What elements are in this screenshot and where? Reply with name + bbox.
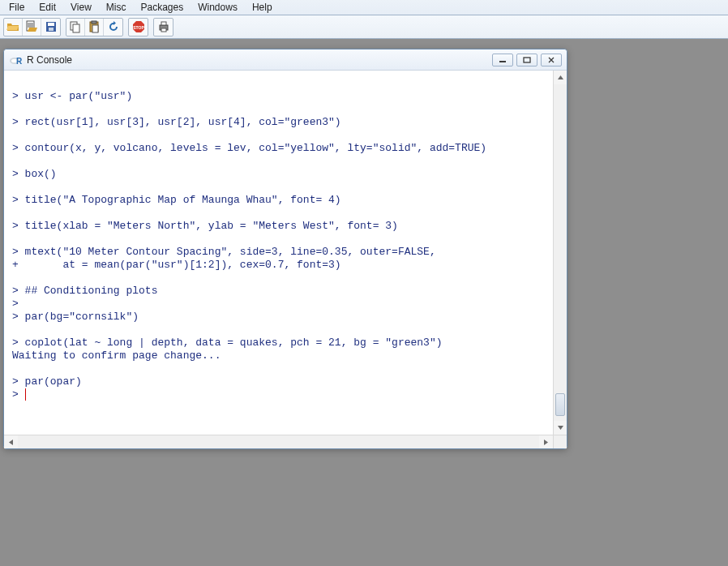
menu-windows[interactable]: Windows bbox=[191, 0, 245, 15]
copy-icon bbox=[69, 20, 82, 33]
svg-rect-5 bbox=[73, 24, 79, 32]
paste-icon bbox=[88, 20, 101, 33]
window-controls bbox=[492, 54, 562, 66]
toolbar-group-stop: STOP bbox=[128, 18, 148, 36]
svg-rect-17 bbox=[499, 61, 506, 62]
load-workspace-button[interactable] bbox=[23, 19, 41, 36]
svg-rect-2 bbox=[48, 23, 54, 26]
copy-button[interactable] bbox=[66, 19, 85, 36]
close-icon bbox=[547, 57, 555, 63]
menu-file[interactable]: File bbox=[2, 0, 32, 15]
menubar: File Edit View Misc Packages Windows Hel… bbox=[0, 0, 728, 15]
console-output[interactable]: > usr <- par("usr") > rect(usr[1], usr[3… bbox=[4, 71, 553, 435]
r-console-window: R R Console > usr <- par("usr") > rect(u… bbox=[3, 49, 567, 449]
scroll-up-arrow-icon[interactable] bbox=[554, 71, 567, 84]
svg-text:STOP: STOP bbox=[133, 25, 144, 30]
svg-rect-13 bbox=[161, 28, 166, 32]
maximize-button[interactable] bbox=[516, 54, 537, 66]
load-workspace-icon bbox=[25, 20, 38, 33]
svg-rect-12 bbox=[161, 22, 166, 25]
maximize-icon bbox=[523, 57, 531, 63]
toolbar: STOP bbox=[0, 15, 728, 39]
refresh-icon bbox=[107, 20, 120, 33]
svg-rect-8 bbox=[92, 25, 98, 32]
scroll-thumb[interactable] bbox=[555, 393, 565, 416]
titlebar[interactable]: R R Console bbox=[4, 49, 567, 71]
toolbar-group-print bbox=[153, 18, 173, 36]
menu-misc[interactable]: Misc bbox=[99, 0, 134, 15]
print-button[interactable] bbox=[154, 19, 173, 36]
save-icon bbox=[45, 20, 58, 33]
svg-rect-18 bbox=[524, 58, 530, 62]
vertical-scrollbar[interactable] bbox=[553, 71, 567, 435]
open-icon bbox=[6, 20, 19, 33]
scroll-track[interactable] bbox=[554, 84, 567, 421]
console-body: > usr <- par("usr") > rect(usr[1], usr[3… bbox=[4, 71, 567, 448]
scroll-left-arrow-icon[interactable] bbox=[4, 435, 18, 448]
minimize-button[interactable] bbox=[492, 54, 513, 66]
stop-button[interactable]: STOP bbox=[129, 19, 148, 36]
open-button[interactable] bbox=[4, 19, 23, 36]
svg-rect-7 bbox=[92, 21, 96, 24]
svg-text:R: R bbox=[16, 57, 22, 66]
paste-button[interactable] bbox=[85, 19, 104, 36]
horizontal-scrollbar[interactable] bbox=[4, 435, 553, 448]
r-app-icon: R bbox=[9, 54, 22, 66]
scroll-down-arrow-icon[interactable] bbox=[554, 421, 567, 435]
stop-icon: STOP bbox=[132, 20, 145, 33]
scroll-right-arrow-icon[interactable] bbox=[539, 435, 553, 448]
save-button[interactable] bbox=[41, 19, 60, 36]
window-title: R Console bbox=[27, 54, 492, 66]
menu-edit[interactable]: Edit bbox=[32, 0, 63, 15]
copy-paste-button[interactable] bbox=[104, 19, 122, 36]
scrollbar-corner bbox=[553, 435, 567, 448]
workspace: R R Console > usr <- par("usr") > rect(u… bbox=[0, 39, 728, 566]
menu-packages[interactable]: Packages bbox=[134, 0, 191, 15]
minimize-icon bbox=[499, 57, 507, 63]
menu-view[interactable]: View bbox=[63, 0, 99, 15]
print-icon bbox=[157, 20, 170, 33]
close-button[interactable] bbox=[541, 54, 562, 66]
toolbar-group-edit bbox=[66, 18, 123, 36]
toolbar-group-file bbox=[3, 18, 61, 36]
svg-rect-3 bbox=[49, 28, 54, 31]
menu-help[interactable]: Help bbox=[245, 0, 280, 15]
